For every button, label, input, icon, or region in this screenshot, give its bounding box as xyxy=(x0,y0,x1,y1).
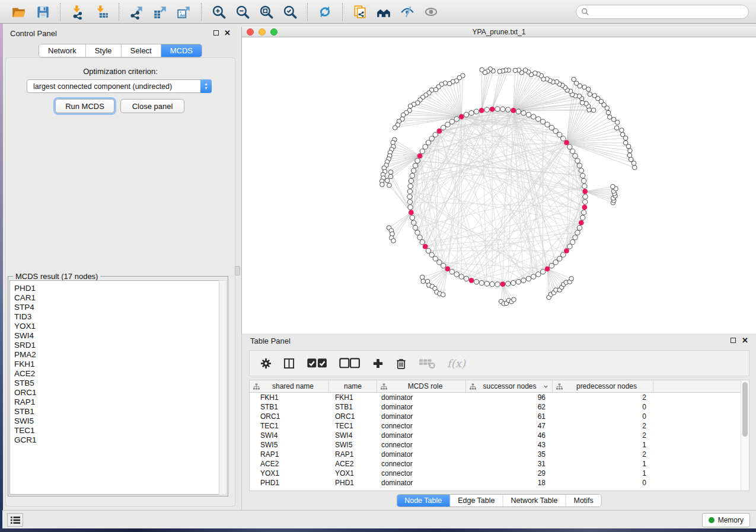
table-cell[interactable]: 47 xyxy=(466,422,553,430)
table-row[interactable]: TEC1TEC1connector472 xyxy=(250,421,741,431)
show-log-button[interactable] xyxy=(7,513,23,527)
table-cell[interactable]: 43 xyxy=(466,441,553,449)
table-cell[interactable]: 1 xyxy=(553,469,653,477)
tab-node-table[interactable]: Node Table xyxy=(397,495,450,507)
column-header-predecessor-nodes[interactable]: predecessor nodes xyxy=(553,380,653,392)
table-cell[interactable]: YOX1 xyxy=(329,469,377,477)
table-row[interactable]: SWI4SWI4dominator462 xyxy=(250,431,741,440)
table-cell[interactable]: dominator xyxy=(377,450,466,459)
table-settings-button[interactable] xyxy=(260,357,272,370)
mcds-result-item[interactable]: GCR1 xyxy=(10,435,219,445)
tab-edge-table[interactable]: Edge Table xyxy=(450,495,503,507)
tab-network-table[interactable]: Network Table xyxy=(503,495,566,507)
mcds-list-scrollbar[interactable] xyxy=(219,280,227,495)
close-panel-button[interactable]: Close panel xyxy=(120,99,184,113)
mcds-result-item[interactable]: YOX1 xyxy=(10,322,219,331)
table-cell[interactable]: RAP1 xyxy=(329,450,377,459)
mcds-result-item[interactable]: ORC1 xyxy=(10,388,219,398)
add-column-button[interactable] xyxy=(372,357,384,370)
mcds-result-item[interactable]: FKH1 xyxy=(10,360,219,369)
open-file-button[interactable] xyxy=(10,3,28,21)
import-network-button[interactable] xyxy=(69,3,87,21)
zoom-out-button[interactable] xyxy=(234,3,251,21)
table-cell[interactable]: SWI4 xyxy=(329,431,377,440)
column-header-MCDS-role[interactable]: MCDS role xyxy=(377,380,466,392)
mcds-result-item[interactable]: ACE2 xyxy=(10,369,219,379)
table-cell[interactable]: STB1 xyxy=(250,403,329,411)
table-cell[interactable]: 2 xyxy=(553,450,653,459)
table-cell[interactable]: 61 xyxy=(466,412,553,421)
column-header-shared-name[interactable]: shared name xyxy=(250,380,329,392)
table-cell[interactable]: 0 xyxy=(553,479,653,487)
table-cell[interactable]: FKH1 xyxy=(329,393,377,402)
mcds-result-item[interactable]: RAP1 xyxy=(10,398,219,407)
show-column-panel-button[interactable] xyxy=(283,357,295,370)
network-window-titlebar[interactable]: YPA_prune.txt_1 xyxy=(242,27,756,37)
tab-mcds[interactable]: MCDS xyxy=(161,44,202,57)
close-panel-icon[interactable]: ✕ xyxy=(224,30,231,36)
tab-motifs[interactable]: Motifs xyxy=(566,495,601,507)
table-cell[interactable]: 0 xyxy=(553,412,653,421)
mcds-result-item[interactable]: STB1 xyxy=(10,407,219,416)
apply-layout-button[interactable] xyxy=(316,3,334,21)
table-cell[interactable]: 2 xyxy=(553,431,653,440)
deselect-all-button[interactable] xyxy=(339,357,360,370)
table-cell[interactable]: FKH1 xyxy=(250,393,329,402)
export-table-button[interactable] xyxy=(151,3,169,21)
zoom-selected-button[interactable] xyxy=(281,3,299,21)
table-row[interactable]: STB1STB1dominator620 xyxy=(250,402,741,412)
save-session-button[interactable] xyxy=(34,3,52,21)
mcds-result-item[interactable]: TEC1 xyxy=(10,426,219,435)
table-cell[interactable]: 1 xyxy=(553,441,653,449)
first-neighbors-button[interactable] xyxy=(375,3,393,21)
export-image-button[interactable] xyxy=(175,3,193,21)
memory-button[interactable]: Memory xyxy=(702,513,750,527)
table-cell[interactable]: 96 xyxy=(466,393,553,402)
hide-selected-button[interactable] xyxy=(398,3,416,21)
table-cell[interactable]: RAP1 xyxy=(250,450,329,459)
table-cell[interactable]: connector xyxy=(377,460,466,468)
mcds-result-list[interactable]: PHD1CAR1STP4TID3YOX1SWI4SRD1PMA2FKH1ACE2… xyxy=(9,280,220,495)
table-scrollbar[interactable] xyxy=(741,380,749,491)
table-cell[interactable]: PHD1 xyxy=(329,479,377,487)
search-box[interactable] xyxy=(576,5,749,19)
table-cell[interactable]: 31 xyxy=(466,460,553,468)
mcds-result-item[interactable]: TID3 xyxy=(10,312,219,322)
table-cell[interactable]: 35 xyxy=(466,450,553,459)
table-row[interactable]: ORC1ORC1dominator610 xyxy=(250,412,741,421)
table-cell[interactable]: TEC1 xyxy=(250,422,329,430)
optimization-criterion-select[interactable]: largest connected component (undirected)… xyxy=(27,79,212,93)
column-header-successor-nodes[interactable]: successor nodes xyxy=(466,380,553,392)
table-row[interactable]: PHD1PHD1dominator180 xyxy=(250,478,741,488)
table-cell[interactable]: ORC1 xyxy=(329,412,377,421)
mcds-result-item[interactable]: PHD1 xyxy=(10,284,219,293)
table-cell[interactable]: connector xyxy=(377,441,466,449)
float-window-icon[interactable] xyxy=(731,338,736,343)
mcds-result-item[interactable]: STB5 xyxy=(10,379,219,388)
table-row[interactable]: YOX1YOX1connector291 xyxy=(250,469,741,478)
table-row[interactable]: FKH1FKH1dominator962 xyxy=(250,393,741,402)
table-cell[interactable]: dominator xyxy=(377,431,466,440)
table-cell[interactable]: 46 xyxy=(466,431,553,440)
network-canvas[interactable] xyxy=(242,37,756,334)
show-all-button[interactable] xyxy=(422,3,440,21)
tab-style[interactable]: Style xyxy=(86,44,122,57)
table-cell[interactable]: PHD1 xyxy=(250,479,329,487)
table-cell[interactable]: 2 xyxy=(553,422,653,430)
mcds-result-item[interactable]: STP4 xyxy=(10,303,219,312)
close-panel-icon[interactable]: ✕ xyxy=(742,338,748,343)
table-cell[interactable]: SWI4 xyxy=(250,431,329,440)
table-cell[interactable]: connector xyxy=(377,422,466,430)
table-cell[interactable]: STB1 xyxy=(329,403,377,411)
table-row[interactable]: SWI5SWI5connector431 xyxy=(250,440,741,450)
table-cell[interactable]: ACE2 xyxy=(250,460,329,468)
table-row[interactable]: ACE2ACE2connector311 xyxy=(250,459,741,469)
select-all-button[interactable] xyxy=(307,357,327,370)
table-cell[interactable]: TEC1 xyxy=(329,422,377,430)
mcds-result-item[interactable]: SWI4 xyxy=(10,331,219,341)
table-cell[interactable]: 1 xyxy=(553,460,653,468)
table-cell[interactable]: SWI5 xyxy=(250,441,329,449)
table-row[interactable]: RAP1RAP1dominator352 xyxy=(250,450,741,459)
zoom-in-button[interactable] xyxy=(210,3,228,21)
mcds-result-item[interactable]: SRD1 xyxy=(10,341,219,350)
